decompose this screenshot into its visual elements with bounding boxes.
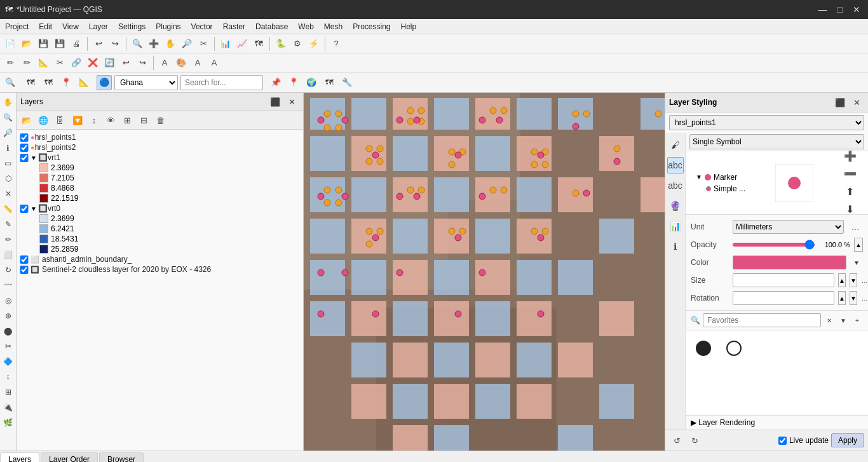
locbar-btn2[interactable]: 🗺 <box>41 75 56 90</box>
save-button[interactable]: 💾 <box>36 36 51 51</box>
window-controls[interactable]: — □ ✕ <box>816 4 863 15</box>
add-wms-button[interactable]: 🌐 <box>36 112 51 128</box>
remove-layer-button[interactable]: 🗑 <box>153 112 168 128</box>
opacity-slider[interactable] <box>733 243 815 247</box>
measure-button[interactable]: 📏 <box>1 202 15 216</box>
pan-button[interactable]: ✋ <box>163 36 178 51</box>
label-button[interactable]: A <box>157 55 172 71</box>
add-postgis-button[interactable]: 🗄 <box>52 112 67 128</box>
size-extra-button[interactable]: … <box>861 273 868 287</box>
styling-nav-label2-icon[interactable]: abc <box>667 177 684 194</box>
tab-layers[interactable]: Layers <box>0 452 39 462</box>
merge-button[interactable]: ⊞ <box>1 385 15 399</box>
offset-button[interactable]: ↕ <box>1 370 15 384</box>
select-polygon-button[interactable]: ⬡ <box>1 172 15 186</box>
bold-label-button[interactable]: A <box>190 55 205 71</box>
print-button[interactable]: 🖨 <box>69 36 84 51</box>
live-update-checkbox[interactable] <box>778 437 787 445</box>
location-select[interactable]: Ghana <box>114 75 178 90</box>
palette-filled-circle[interactable] <box>691 336 716 361</box>
help-button[interactable]: ? <box>329 36 344 51</box>
menu-edit[interactable]: Edit <box>34 21 57 32</box>
locbar-btn4[interactable]: 📐 <box>76 75 92 90</box>
python-button[interactable]: 🐍 <box>273 36 288 51</box>
menu-settings[interactable]: Settings <box>113 21 151 32</box>
size-up-button[interactable]: ▲ <box>838 273 846 287</box>
menu-help[interactable]: Help <box>396 21 422 32</box>
menu-vector[interactable]: Vector <box>186 21 218 32</box>
styling-panel-expand[interactable]: ⬛ <box>832 95 848 110</box>
locate-button[interactable]: 🔍 <box>3 75 18 90</box>
locate-feature-button[interactable]: 🔵 <box>97 75 112 90</box>
save-as-button[interactable]: 💾 <box>52 36 67 51</box>
symbol-type-select[interactable]: Single Symbol <box>689 134 864 149</box>
coord-button[interactable]: 📍 <box>286 75 301 90</box>
styling-layer-dropdown[interactable]: hrsl_points1 <box>669 115 864 130</box>
tab-browser[interactable]: Browser <box>99 452 144 462</box>
new-file-button[interactable]: 📄 <box>3 36 18 51</box>
rotation-input[interactable]: 0.00 ° <box>733 291 834 305</box>
add-ring-button[interactable]: ◎ <box>1 294 15 308</box>
rotation-extra-button[interactable]: … <box>861 291 868 305</box>
select-features-button[interactable]: ▭ <box>1 156 15 170</box>
menu-raster[interactable]: Raster <box>218 21 250 32</box>
select-button[interactable]: ✂ <box>196 36 211 51</box>
extra-button[interactable]: 🔧 <box>339 75 355 90</box>
color-picker-button[interactable] <box>733 255 846 269</box>
menu-layer[interactable]: Layer <box>84 21 113 32</box>
map-tips-button[interactable]: 🗺 <box>251 36 266 51</box>
apply-button[interactable]: Apply <box>831 433 864 447</box>
layer-item-vrt1[interactable]: ▼ 🔲 vrt1 <box>17 153 303 163</box>
layer-check-vrt1[interactable] <box>19 154 29 162</box>
menu-web[interactable]: Web <box>293 21 318 32</box>
styling-nav-paintbrush[interactable]: 🖌 <box>667 137 684 153</box>
attr-table-button[interactable]: 📊 <box>218 36 233 51</box>
processing-button[interactable]: ⚡ <box>306 36 322 51</box>
control-order-button[interactable]: ↕ <box>86 112 102 128</box>
delete-button[interactable]: ✂ <box>52 55 67 71</box>
pan-map-button[interactable]: ✋ <box>1 95 15 109</box>
fill-ring-button[interactable]: ⬤ <box>1 324 15 338</box>
layer-rendering-section[interactable]: ▶ Layer Rendering <box>686 415 868 430</box>
rotation-up-button[interactable]: ▲ <box>838 291 846 305</box>
locbar-btn1[interactable]: 🗺 <box>23 75 38 90</box>
menu-plugins[interactable]: Plugins <box>151 21 186 32</box>
close-button[interactable]: ✕ <box>850 4 863 15</box>
opacity-up-button[interactable]: ▲ <box>854 238 863 252</box>
menu-database[interactable]: Database <box>250 21 293 32</box>
stats-button[interactable]: 📈 <box>234 36 250 51</box>
menu-mesh[interactable]: Mesh <box>319 21 348 32</box>
color-menu-button[interactable]: ▼ <box>850 255 863 269</box>
size-input[interactable]: 2.00000 <box>733 273 834 287</box>
favorites-search-input[interactable] <box>703 313 821 327</box>
symbol-up-button[interactable]: ⬆ <box>843 184 858 200</box>
zoom-in-button[interactable]: 🔍 <box>130 36 145 51</box>
styling-nav-info-icon[interactable]: ℹ <box>667 238 684 255</box>
sync-button[interactable]: ↻ <box>687 433 702 448</box>
osm-button[interactable]: 🗺 <box>322 75 337 90</box>
close-panel-button[interactable]: ✕ <box>284 94 299 109</box>
symbol-simple-item[interactable]: Simple ... <box>696 184 745 193</box>
annotation-button[interactable]: ✎ <box>1 217 15 231</box>
rotate-feature-button[interactable]: ↻ <box>1 263 15 277</box>
worldmap-button[interactable]: 🌍 <box>304 75 319 90</box>
add-part-button[interactable]: ⊕ <box>1 309 15 323</box>
layer-item-vrt0[interactable]: ▼ 🔲 vrt0 <box>17 203 303 214</box>
layer-expand-vrt1[interactable]: ▼ <box>31 154 37 161</box>
unit-extra-button[interactable]: … <box>848 220 863 234</box>
open-layer-button[interactable]: 📂 <box>19 112 34 128</box>
search-input[interactable] <box>180 75 263 90</box>
undo-button[interactable]: ↩ <box>91 36 106 51</box>
layer-check-ashanti[interactable] <box>19 255 29 264</box>
layer-item-sentinel[interactable]: 🔲 Sentinel-2 cloudless layer for 2020 by… <box>17 264 303 275</box>
layers-visibility-button[interactable]: 👁 <box>103 112 118 128</box>
menu-project[interactable]: Project <box>0 21 34 32</box>
color-label-button[interactable]: 🎨 <box>173 55 189 71</box>
node-tool-button[interactable]: ⬜ <box>1 248 15 262</box>
zoom-out-map-button[interactable]: 🔎 <box>1 126 15 140</box>
favorites-menu-button[interactable]: ▼ <box>837 314 849 327</box>
grass-button[interactable]: 🌿 <box>1 416 15 430</box>
maximize-button[interactable]: □ <box>835 4 845 15</box>
palette-empty-circle[interactable] <box>721 336 747 361</box>
zoom-out-button[interactable]: ➕ <box>146 36 161 51</box>
